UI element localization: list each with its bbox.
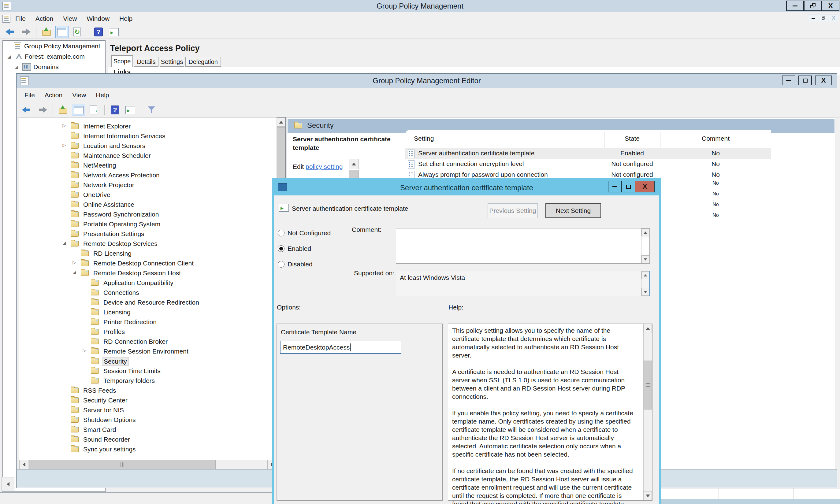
radio-disabled[interactable]: Disabled [278,259,312,269]
console-tree-button[interactable] [55,26,69,38]
forward-button[interactable] [19,26,32,38]
tree-item-group-policy-management[interactable]: Group Policy Management [14,42,100,50]
tree-item-printer-redirection[interactable]: Printer Redirection [19,318,267,327]
menu-file[interactable]: File [11,13,31,25]
tree-item-security-center[interactable]: Security Center [19,396,267,405]
scroll-down-button[interactable] [644,491,652,500]
comment-scrollbar[interactable] [641,229,649,263]
tree-item-netmeeting[interactable]: NetMeeting [19,161,267,170]
tab-details[interactable]: Details [134,57,159,67]
tree-item-remote-desktop-connection-client[interactable]: ▷Remote Desktop Connection Client [19,259,267,268]
tree-item-network-access-protection[interactable]: Network Access Protection [19,170,267,180]
console-tree-button[interactable] [72,104,85,116]
tree-item-licensing[interactable]: Licensing [19,308,267,317]
scroll-down-button[interactable] [642,255,649,263]
child-minimize-button[interactable] [809,14,818,22]
settings-row-set-client-connection-encryption-level[interactable]: Set client connection encryption levelNo… [405,159,771,170]
expander-collapsed-icon[interactable]: ▷ [71,260,78,265]
tree-item-location-and-sensors[interactable]: ▷Location and Sensors [19,141,267,150]
tree-item-device-and-resource-redirection[interactable]: Device and Resource Redirection [19,298,267,307]
show-window-button[interactable] [107,26,121,38]
settings-row-server-authentication-certificate-template[interactable]: Server authentication certificate templa… [405,148,771,159]
close-button[interactable]: X [822,1,839,11]
tree-item-application-compatibility[interactable]: Application Compatibility [19,278,267,287]
tree-item-security[interactable]: Security [19,357,267,366]
menu-view[interactable]: View [67,89,91,101]
filter-button[interactable] [145,104,158,116]
policy-setting-link[interactable]: policy setting [306,163,343,170]
minimize-button[interactable] [782,75,796,85]
menu-view[interactable]: View [58,13,82,25]
tree-item-shutdown-options[interactable]: Shutdown Options [19,415,267,425]
scroll-up-button[interactable] [642,229,649,236]
scroll-down-button[interactable] [642,288,649,296]
template-name-input[interactable]: RemoteDesktopAccess [280,341,401,354]
tab-delegation[interactable]: Delegation [185,57,221,67]
comment-textarea[interactable] [396,228,650,264]
expander-collapsed-icon[interactable]: ▷ [61,143,68,147]
tree-item-network-projector[interactable]: Network Projector [19,180,267,190]
tree-item-onedrive[interactable]: OneDrive [19,190,267,199]
menu-help[interactable]: Help [114,13,137,25]
tree-item-temporary-folders[interactable]: Temporary folders [19,376,267,385]
expander-collapsed-icon[interactable]: ▷ [61,123,68,128]
scroll-up-button[interactable] [642,271,649,279]
menu-window[interactable]: Window [82,13,114,25]
tree-item-internet-explorer[interactable]: ▷Internet Explorer [19,122,267,131]
help-button[interactable] [108,104,122,116]
expander-expanded-icon[interactable]: ◢ [13,65,20,69]
maximize-button[interactable] [799,75,812,85]
expander-collapsed-icon[interactable]: ▷ [81,348,88,353]
tree-hscrollbar[interactable] [19,460,276,469]
radio-button[interactable] [278,245,285,252]
tree-item-connections[interactable]: Connections [19,288,267,297]
tree-item-online-assistance[interactable]: Online Assistance [19,200,267,209]
close-button[interactable]: X [635,181,655,192]
tree-item-remote-session-environment[interactable]: ▷Remote Session Environment [19,347,267,356]
tree-item-session-time-limits[interactable]: Session Time Limits [19,366,267,376]
tree-item-maintenance-scheduler[interactable]: Maintenance Scheduler [19,151,267,160]
tree-item-smart-card[interactable]: Smart Card [19,425,267,434]
column-header-setting[interactable]: Setting [414,135,434,142]
menu-action[interactable]: Action [31,13,58,25]
show-window-button[interactable] [124,104,137,116]
help-scroll-thumb[interactable] [644,361,652,410]
tree-item-rd-connection-broker[interactable]: RD Connection Broker [19,337,267,346]
description-scroll-up-button[interactable] [349,159,359,169]
export-list-button[interactable] [87,104,101,116]
restore-button[interactable] [804,1,822,11]
menu-help[interactable]: Help [91,89,114,101]
previous-setting-button[interactable]: Previous Setting [488,203,538,218]
refresh-button[interactable] [71,26,84,38]
help-scrollbar[interactable] [643,324,652,500]
maximize-button[interactable] [622,181,635,192]
expander-expanded-icon[interactable]: ◢ [6,54,13,59]
supported-scrollbar[interactable] [641,271,649,296]
menu-file[interactable]: File [20,89,40,101]
next-setting-button[interactable]: Next Setting [546,203,601,218]
parent-folder-button[interactable] [57,104,70,116]
back-button[interactable] [20,104,34,116]
tree-item-rd-licensing[interactable]: RD Licensing [19,249,267,258]
forward-button[interactable] [35,104,49,116]
tree-item-server-for-nis[interactable]: Server for NIS [19,406,267,415]
tree-item-internet-information-services[interactable]: Internet Information Services [19,131,267,141]
expander-expanded-icon[interactable]: ◢ [71,270,78,275]
tree-item-remote-desktop-services[interactable]: ◢Remote Desktop Services [19,239,267,248]
tree-item-sound-recorder[interactable]: Sound Recorder [19,435,267,444]
radio-not-configured[interactable]: Not Configured [278,228,331,238]
minimize-button[interactable] [786,1,804,11]
tree-item-forest[interactable]: ◢ Forest: example.com [6,53,85,60]
tree-item-password-synchronization[interactable]: Password Synchronization [19,210,267,219]
column-header-comment[interactable]: Comment [660,135,771,142]
tree-item-profiles[interactable]: Profiles [19,327,267,337]
child-close-button[interactable]: X [829,14,838,22]
tab-settings[interactable]: Settings [160,57,184,67]
tree-item-rss-feeds[interactable]: RSS Feeds [19,386,267,395]
back-button[interactable] [4,26,17,38]
scroll-up-button[interactable] [644,324,652,333]
close-button[interactable]: X [815,75,832,85]
supported-on-box[interactable]: At least Windows Vista [396,271,650,296]
child-restore-button[interactable] [819,14,828,22]
radio-button[interactable] [278,230,285,236]
